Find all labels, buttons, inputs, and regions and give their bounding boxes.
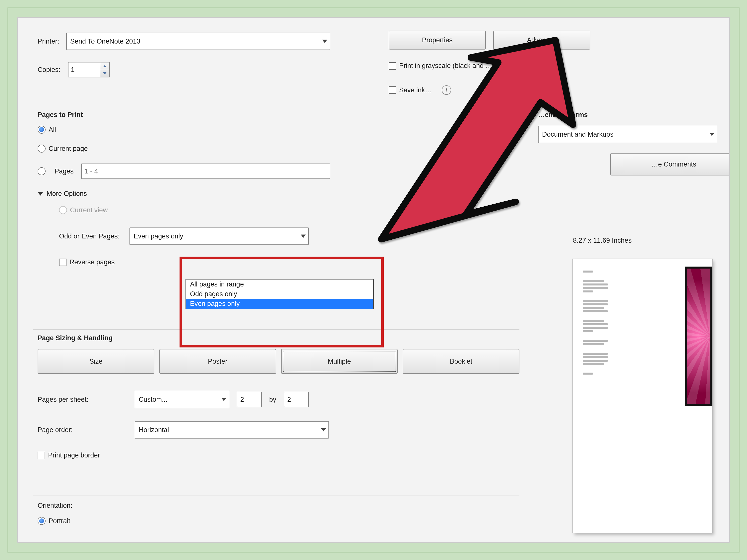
page-order-label: Page order:	[37, 426, 127, 434]
print-page-border-label: Print page border	[48, 452, 100, 459]
odd-even-label: Odd or Even Pages:	[59, 233, 120, 240]
reverse-pages-label: Reverse pages	[70, 258, 115, 266]
radio-all-label: All	[49, 126, 56, 134]
poster-button[interactable]: Poster	[159, 349, 276, 374]
radio-pages-label: Pages	[54, 167, 74, 175]
radio-pages[interactable]	[37, 167, 46, 175]
chevron-down-icon	[221, 398, 226, 401]
sizing-heading: Page Sizing & Handling	[37, 334, 519, 342]
print-dialog: Printer: Send To OneNote 2013 Properties…	[17, 17, 730, 543]
reverse-pages-checkbox[interactable]	[59, 259, 67, 266]
annotation-arrow-icon	[366, 33, 628, 247]
more-options-label: More Options	[47, 190, 87, 197]
multiple-button[interactable]: Multiple	[281, 349, 398, 374]
pps-cols-input[interactable]: 2	[237, 392, 262, 407]
booklet-button[interactable]: Booklet	[403, 349, 519, 374]
chevron-down-icon	[321, 428, 326, 432]
pps-rows-input[interactable]: 2	[284, 392, 309, 407]
chevron-down-icon	[301, 235, 306, 238]
radio-all[interactable]	[37, 126, 46, 134]
odd-even-value: Even pages only	[133, 233, 183, 240]
pages-per-sheet-select[interactable]: Custom...	[135, 391, 229, 408]
pages-per-sheet-label: Pages per sheet:	[37, 396, 127, 403]
orientation-heading: Orientation:	[37, 502, 73, 509]
size-button[interactable]: Size	[37, 349, 154, 374]
odd-even-option-odd[interactable]: Odd pages only	[186, 289, 373, 299]
pps-by-label: by	[269, 396, 276, 403]
chevron-up-icon	[103, 65, 107, 67]
radio-current-view	[59, 206, 67, 214]
pages-range-input[interactable]: 1 - 4	[81, 163, 330, 179]
odd-even-option-even[interactable]: Even pages only	[186, 299, 373, 309]
printer-label: Printer:	[37, 37, 59, 45]
more-options-disclosure[interactable]	[37, 192, 43, 196]
odd-even-select[interactable]: Even pages only	[129, 228, 309, 245]
copies-label: Copies:	[37, 66, 60, 74]
radio-current-view-label: Current view	[70, 206, 108, 214]
copies-increment[interactable]	[100, 62, 109, 70]
pages-per-sheet-value: Custom...	[139, 396, 168, 403]
chevron-down-icon	[710, 133, 714, 136]
radio-portrait[interactable]	[37, 517, 46, 525]
copies-value: 1	[71, 66, 75, 74]
radio-current-page-label: Current page	[49, 145, 88, 153]
copies-spinner[interactable]: 1	[68, 62, 110, 77]
chevron-down-icon	[322, 40, 327, 43]
copies-decrement[interactable]	[100, 70, 109, 77]
radio-current-page[interactable]	[37, 144, 46, 153]
pps-cols-value: 2	[240, 396, 244, 403]
print-preview	[573, 259, 713, 533]
radio-portrait-label: Portrait	[49, 517, 70, 525]
summarize-comments-button[interactable]: …e Comments	[610, 153, 730, 176]
print-page-border-checkbox[interactable]	[37, 452, 45, 459]
printer-select[interactable]: Send To OneNote 2013	[66, 33, 330, 50]
odd-even-dropdown-list[interactable]: All pages in range Odd pages only Even p…	[185, 279, 374, 309]
pages-range-value: 1 - 4	[85, 167, 98, 175]
printer-select-value: Send To OneNote 2013	[70, 37, 140, 45]
chevron-down-icon	[103, 72, 107, 74]
pps-rows-value: 2	[287, 396, 291, 403]
odd-even-option-all[interactable]: All pages in range	[186, 279, 373, 289]
page-order-value: Horizontal	[139, 426, 169, 434]
page-order-select[interactable]: Horizontal	[135, 421, 329, 438]
